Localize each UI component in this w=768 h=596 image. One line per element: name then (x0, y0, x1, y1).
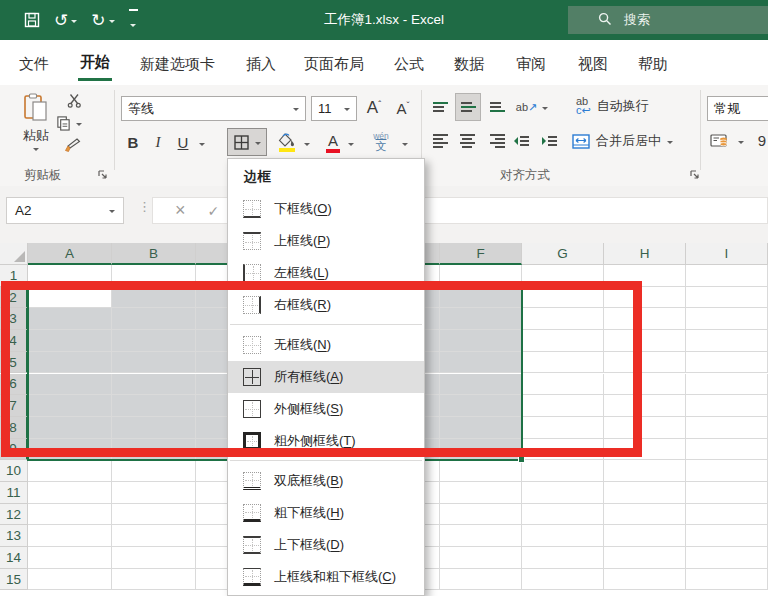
tab-插入[interactable]: 插入 (244, 46, 278, 80)
tab-公式[interactable]: 公式 (392, 46, 426, 80)
cell-I10[interactable] (686, 460, 768, 482)
cell-H14[interactable] (604, 547, 686, 569)
row-header-4[interactable]: 4 (0, 330, 28, 352)
row-header-15[interactable]: 15 (0, 569, 28, 591)
cell-H13[interactable] (604, 525, 686, 547)
cell-G3[interactable] (522, 308, 604, 330)
phonetic-guide-button[interactable]: wén 文 (366, 127, 396, 157)
chevron-down-icon[interactable] (76, 123, 82, 126)
cell-I3[interactable] (686, 308, 768, 330)
menu-item-上框线[interactable]: 上框线(P) (228, 225, 424, 257)
menu-item-外侧框线[interactable]: 外侧框线(S) (228, 393, 424, 425)
chevron-down-icon[interactable] (109, 20, 115, 23)
cell-I15[interactable] (686, 569, 768, 591)
cell-G6[interactable] (522, 374, 604, 396)
tab-帮助[interactable]: 帮助 (636, 46, 670, 80)
cell-H4[interactable] (604, 330, 686, 352)
chevron-down-icon[interactable] (199, 143, 205, 146)
font-name-combobox[interactable]: 等线 (121, 96, 306, 121)
menu-item-上框线和粗下框线[interactable]: 上框线和粗下框线(C) (228, 561, 424, 593)
cell-I11[interactable] (686, 482, 768, 504)
cell-B14[interactable] (112, 547, 196, 569)
row-header-9[interactable]: 9 (0, 439, 28, 461)
italic-button[interactable]: I (148, 129, 168, 155)
cell-I7[interactable] (686, 395, 768, 417)
tab-文件[interactable]: 文件 (17, 46, 51, 80)
column-header-F[interactable]: F (440, 243, 522, 265)
fill-handle[interactable] (518, 456, 525, 463)
cell-F2[interactable] (440, 287, 522, 309)
cell-F8[interactable] (440, 417, 522, 439)
cell-G1[interactable] (522, 265, 604, 287)
cell-F14[interactable] (440, 547, 522, 569)
format-painter-button[interactable] (60, 135, 84, 155)
cell-I4[interactable] (686, 330, 768, 352)
column-header-A[interactable]: A (28, 243, 112, 265)
save-icon[interactable] (24, 12, 40, 28)
number-format-combobox[interactable]: 常规 (707, 96, 768, 121)
cell-I12[interactable] (686, 504, 768, 526)
cell-G13[interactable] (522, 525, 604, 547)
cell-A7[interactable] (28, 395, 112, 417)
copy-button[interactable] (56, 113, 82, 133)
cell-G4[interactable] (522, 330, 604, 352)
cell-A13[interactable] (28, 525, 112, 547)
paste-button[interactable]: 粘贴 (14, 91, 58, 153)
row-header-6[interactable]: 6 (0, 374, 28, 396)
cell-G14[interactable] (522, 547, 604, 569)
cell-H2[interactable] (604, 287, 686, 309)
chevron-down-icon[interactable] (109, 210, 115, 213)
row-header-10[interactable]: 10 (0, 460, 28, 482)
underline-button[interactable]: U (172, 129, 194, 155)
cell-F5[interactable] (440, 352, 522, 374)
cell-I2[interactable] (686, 287, 768, 309)
column-header-G[interactable]: G (522, 243, 604, 265)
font-color-button[interactable]: A (320, 128, 346, 156)
cell-A6[interactable] (28, 374, 112, 396)
cell-F6[interactable] (440, 374, 522, 396)
menu-item-所有框线[interactable]: 所有框线(A) (228, 361, 424, 393)
cell-F10[interactable] (440, 460, 522, 482)
tab-新建选项卡[interactable]: 新建选项卡 (138, 46, 217, 80)
row-header-3[interactable]: 3 (0, 308, 28, 330)
orientation-button[interactable]: ab↗ (515, 95, 549, 119)
cell-H15[interactable] (604, 569, 686, 591)
tab-开始[interactable]: 开始 (78, 44, 112, 81)
cancel-icon[interactable]: × (175, 200, 186, 221)
select-all-button[interactable] (0, 243, 28, 265)
clipboard-dialog-launcher-icon[interactable] (97, 169, 108, 180)
alignment-dialog-launcher-icon[interactable] (689, 169, 700, 180)
row-header-12[interactable]: 12 (0, 504, 28, 526)
cell-A15[interactable] (28, 569, 112, 591)
chevron-down-icon[interactable] (304, 143, 310, 146)
cell-H10[interactable] (604, 460, 686, 482)
decrease-indent-button[interactable] (508, 129, 534, 153)
cell-I14[interactable] (686, 547, 768, 569)
cell-G8[interactable] (522, 417, 604, 439)
row-header-2[interactable]: 2 (0, 287, 28, 309)
bold-button[interactable]: B (122, 129, 144, 155)
cell-H11[interactable] (604, 482, 686, 504)
increase-indent-button[interactable] (536, 129, 562, 153)
fill-color-button[interactable] (274, 128, 300, 156)
cell-G9[interactable] (522, 439, 604, 461)
cell-F11[interactable] (440, 482, 522, 504)
cell-G11[interactable] (522, 482, 604, 504)
middle-align-button[interactable] (455, 93, 481, 121)
cell-I9[interactable] (686, 439, 768, 461)
wrap-text-button[interactable]: abc↩ 自动换行 (576, 93, 662, 119)
cell-F13[interactable] (440, 525, 522, 547)
cell-H7[interactable] (604, 395, 686, 417)
chevron-down-icon[interactable] (667, 141, 673, 144)
cell-A2[interactable] (28, 287, 112, 309)
cell-G12[interactable] (522, 504, 604, 526)
cut-button[interactable] (62, 90, 86, 110)
chevron-down-icon[interactable] (255, 142, 261, 145)
cell-I6[interactable] (686, 374, 768, 396)
align-center-button[interactable] (455, 129, 479, 153)
cell-G10[interactable] (522, 460, 604, 482)
cell-A1[interactable] (28, 265, 112, 287)
chevron-down-icon[interactable] (71, 20, 77, 23)
cell-I8[interactable] (686, 417, 768, 439)
menu-item-双底框线[interactable]: 双底框线(B) (228, 465, 424, 497)
